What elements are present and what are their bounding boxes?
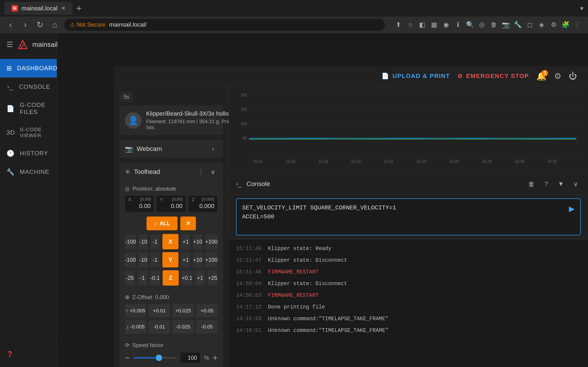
jog-x-minus100[interactable]: -100 [125,234,136,249]
toolhead-title: Toolhead [134,168,193,175]
z-offset-up-005[interactable]: ↑ +0.005 [125,304,146,317]
svg-marker-0 [19,40,27,49]
refresh-btn[interactable]: ↻ [35,20,45,30]
sidebar-item-gcode-files[interactable]: 📄 G-CODE FILES [0,96,57,121]
bookmark-icon[interactable]: ☆ [405,20,415,30]
notifications-btn[interactable]: 🔔 3 [536,71,547,81]
search-icon[interactable]: 🔍 [465,20,475,30]
upload-print-btn[interactable]: 📄 UPLOAD & PRINT [381,73,450,80]
speed-decrease-btn[interactable]: − [125,353,130,363]
console-send-btn[interactable]: ▶ [569,204,575,213]
z-offset-up-05[interactable]: +0.05 [196,304,217,317]
settings-btn[interactable]: ⚙ [554,71,561,81]
sidebar-item-history[interactable]: 🕐 HISTORY [0,144,57,163]
active-tab[interactable]: M mainsail.local ✕ [5,2,73,15]
extension9-icon[interactable]: ◻ [525,20,535,30]
svg-text:50: 50 [242,136,247,141]
browser-menu-btn[interactable]: ▾ [580,5,583,12]
jog-y-plus100[interactable]: +100 [205,252,217,267]
forward-btn[interactable]: › [20,20,30,30]
back-btn[interactable]: ‹ [6,20,16,30]
tab-close-btn[interactable]: ✕ [61,5,66,11]
extension6-icon[interactable]: 🗑 [489,20,499,30]
webcam-collapse-btn[interactable]: ‹ [208,144,217,153]
toolhead-menu-btn[interactable]: ⋮ [196,167,206,176]
extension5-icon[interactable]: ◎ [477,20,487,30]
jog-y-plus10[interactable]: +10 [193,252,202,267]
new-tab-btn[interactable]: + [73,2,137,15]
console-collapse-btn[interactable]: ∨ [571,179,581,189]
jog-y-minus100[interactable]: -100 [125,252,136,267]
webcam-header[interactable]: 📷 Webcam ‹ [120,140,223,158]
sidebar-item-machine[interactable]: 🔧 MACHINE [0,163,57,181]
console-command-input[interactable]: SET_VELOCITY_LIMIT SQUARE_CORNER_VELOCIT… [242,203,565,230]
y-hint: [0.00] [172,197,183,202]
jog-z-minus01[interactable]: -0.1 [150,271,160,285]
power-btn[interactable]: ⏻ [569,71,577,81]
console-filter-btn[interactable]: ▼ [556,179,566,189]
jog-x-plus100[interactable]: +100 [205,234,217,249]
extension10-icon[interactable]: ◈ [536,20,547,30]
share-icon[interactable]: ⬆ [393,20,403,30]
log-time-3: 14:50:04 [236,281,261,287]
emergency-stop-btn[interactable]: ⊘ EMERGENCY STOP [457,73,529,80]
z-offset-down-05[interactable]: -0.05 [196,320,217,334]
extension3-icon[interactable]: ◉ [441,20,451,30]
extensions-icon[interactable]: 🧩 [561,20,571,30]
toolhead-collapse-btn[interactable]: ∨ [208,167,217,176]
speed-slider[interactable] [133,357,176,359]
jog-x-minus1[interactable]: -1 [150,234,159,249]
jog-x-minus10[interactable]: -10 [139,234,148,249]
jog-z-plus25[interactable]: +25 [208,271,217,285]
motors-off-btn[interactable]: ✕ [180,217,196,230]
z-offset-up-025[interactable]: +0.025 [173,304,194,317]
extension7-icon[interactable]: 📷 [501,20,511,30]
jog-z-minus1[interactable]: -1 [138,271,147,285]
extension1-icon[interactable]: ◧ [417,20,427,30]
home-btn[interactable]: ⌂ [50,20,60,30]
jog-y-plus1[interactable]: +1 [181,252,190,267]
sidebar-item-dashboard[interactable]: ⊞ DASHBOARD [0,59,57,77]
sidebar-item-console[interactable]: ›_ CONSOLE [0,77,57,96]
app-topbar: 📄 UPLOAD & PRINT ⊘ EMERGENCY STOP 🔔 3 ⚙ … [114,66,588,86]
jog-x-plus10[interactable]: +10 [193,234,202,249]
extension2-icon[interactable]: ▦ [429,20,439,30]
extension4-icon[interactable]: ℹ [453,20,463,30]
gcode-viewer-icon: 3D [6,129,15,136]
extension11-icon[interactable]: ⚙ [548,20,559,30]
jog-z-minus25[interactable]: -25 [125,271,135,285]
z-offset-down-01[interactable]: -0.01 [149,320,170,334]
home-x-btn[interactable]: X [162,234,179,249]
sidebar-item-gcode-viewer[interactable]: 3D G-CODE VIEWER [0,121,57,144]
z-offset-down-005[interactable]: ↓ -0.005 [125,320,146,334]
console-help-btn[interactable]: ? [541,179,551,189]
browser-toolbar: ⬆ ☆ ◧ ▦ ◉ ℹ 🔍 ◎ 🗑 📷 🔧 ◻ ◈ ⚙ 🧩 ⋮ [393,20,582,30]
console-input-box[interactable]: SET_VELOCITY_LIMIT SQUARE_CORNER_VELOCIT… [236,198,581,235]
console-clear-btn[interactable]: 🗑 [527,179,536,189]
console-input-area: SET_VELOCITY_LIMIT SQUARE_CORNER_VELOCIT… [229,195,588,239]
speed-thumb[interactable] [156,355,162,361]
home-all-btn[interactable]: ⌂ ALL [147,217,178,230]
jog-z-plus1[interactable]: +1 [195,271,205,285]
upload-label: UPLOAD & PRINT [393,73,450,80]
home-z-btn[interactable]: Z [163,270,179,286]
log-time-0: 15:11:49 [236,246,261,252]
browser-settings-icon[interactable]: ⋮ [572,20,582,30]
z-offset-up-01[interactable]: +0.01 [149,304,170,317]
sidebar-help[interactable]: ❓ [6,347,50,361]
jog-x-row: -100 -10 -1 X +1 +10 +100 [125,234,217,249]
jog-z-plus01[interactable]: +0.1 [182,271,192,285]
extension8-icon[interactable]: 🔧 [513,20,523,30]
webcam-title: Webcam [137,145,205,152]
home-all-label: ALL [159,220,170,227]
home-y-btn[interactable]: Y [162,252,179,267]
jog-x-plus1[interactable]: +1 [181,234,190,249]
speed-increase-btn[interactable]: + [213,353,217,363]
address-bar[interactable]: ⚠ Not Secure mainsail.local/ [64,19,385,31]
print-job-meta: Filament: 118761 mm / 354.21 g, Print Ti… [146,119,229,131]
jog-y-minus10[interactable]: -10 [139,252,148,267]
z-offset-down-025[interactable]: -0.025 [173,320,194,334]
speed-input[interactable] [180,352,200,364]
jog-y-minus1[interactable]: -1 [150,252,159,267]
sidebar-menu-btn[interactable]: ☰ [6,40,13,49]
